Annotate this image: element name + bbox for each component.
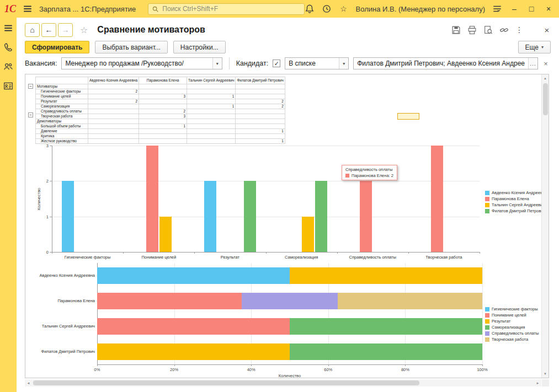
bar-segment[interactable]: [97, 293, 242, 309]
app-title: Зарплата ... 1С:Предприятие: [39, 5, 136, 13]
more-button-label: Еще: [525, 44, 539, 51]
main-menu-icon[interactable]: [23, 4, 33, 14]
legend-label: Результат: [492, 319, 510, 324]
idcard-icon[interactable]: [3, 81, 13, 91]
settings-button[interactable]: Настройки...: [173, 41, 226, 53]
print-icon[interactable]: [467, 25, 477, 35]
current-user[interactable]: Волина И.В. (Менеджер по персоналу): [356, 5, 485, 13]
horizontal-scrollbar[interactable]: ◄ ►: [25, 379, 549, 386]
print-preview-icon[interactable]: [483, 25, 493, 35]
x-tick: [97, 364, 98, 366]
command-bar: Сформировать Выбрать вариант... Настройк…: [25, 41, 551, 53]
candidate-label: Кандидат:: [236, 60, 269, 67]
sidebar-menu-icon[interactable]: [3, 23, 13, 33]
scroll-right-button[interactable]: ►: [534, 379, 541, 386]
notifications-bell-icon[interactable]: [305, 4, 315, 14]
legend-item[interactable]: Результат: [485, 318, 539, 324]
vacancy-combobox[interactable]: Менеджер по продажам /Руководство/ ▾: [61, 57, 222, 69]
search-icon: [152, 6, 159, 13]
scroll-corner: [542, 379, 549, 386]
form-header: ⌂ ← → ☆ Сравнение мотиваторов ⋮ ×: [25, 22, 551, 37]
legend-label: Самореализация: [492, 325, 525, 330]
x-tick-label: 60%: [318, 367, 338, 372]
titlebar: 1С Зарплата ... 1С:Предприятие Поиск Ctr…: [0, 0, 559, 18]
vertical-scrollbar[interactable]: ▲ ▼: [541, 74, 549, 378]
choose-variant-button[interactable]: Выбрать вариант...: [95, 41, 167, 53]
row-label: Тальнин Сергей Андреевич: [25, 324, 95, 329]
users-icon[interactable]: [3, 62, 13, 72]
x-tick: [482, 364, 483, 366]
tooltip-swatch: [345, 174, 349, 178]
x-tick: [174, 364, 175, 366]
service-menu-icon[interactable]: [492, 4, 502, 14]
global-search-input[interactable]: Поиск Ctrl+Shift+F: [148, 3, 304, 15]
choose-button[interactable]: ...: [528, 58, 537, 69]
x-tick-label: 40%: [241, 367, 261, 372]
legend-swatch: [485, 319, 489, 324]
legend-label: Гигиенические факторы: [492, 307, 538, 312]
vertical-scroll-thumb[interactable]: [543, 83, 548, 115]
link-icon[interactable]: [499, 25, 509, 35]
minimize-button[interactable]: –: [509, 4, 519, 13]
main-area: ⌂ ← → ☆ Сравнение мотиваторов ⋮ × Сформи…: [17, 18, 559, 392]
bar-segment[interactable]: [97, 318, 290, 335]
vacancy-value: Менеджер по продажам /Руководство/: [62, 58, 212, 69]
generate-button[interactable]: Сформировать: [25, 41, 89, 53]
bar-segment[interactable]: [338, 293, 482, 309]
horizontal-scroll-track[interactable]: [32, 379, 534, 386]
back-button[interactable]: ←: [41, 23, 56, 37]
more-menu-icon[interactable]: ⋮: [515, 25, 521, 34]
legend-item[interactable]: Гигиенические факторы: [485, 306, 539, 312]
candidate-checkbox[interactable]: ✓: [273, 60, 280, 67]
home-button[interactable]: ⌂: [25, 23, 40, 37]
x-tick: [328, 364, 329, 366]
check-icon: ✓: [274, 60, 279, 67]
bar-segment[interactable]: [242, 293, 338, 309]
candidate-list-input[interactable]: Филатов Дмитрий Петрович; Авдеенко Ксени…: [353, 57, 538, 69]
dropdown-icon[interactable]: ▾: [339, 58, 348, 69]
legend-swatch: [485, 325, 489, 330]
history-icon[interactable]: [322, 4, 332, 14]
legend-item[interactable]: Понимание целей: [485, 312, 539, 318]
scroll-left-button[interactable]: ◄: [25, 379, 32, 386]
clear-button[interactable]: ×: [541, 58, 551, 68]
chart-legend: Гигиенические факторыПонимание целейРезу…: [485, 306, 539, 342]
legend-item[interactable]: Справедливость оплаты: [485, 330, 539, 336]
condition-combobox[interactable]: В списке ▾: [285, 57, 349, 69]
form-favorite-star-icon[interactable]: ☆: [80, 25, 88, 35]
x-tick-label: 80%: [395, 367, 415, 372]
legend-item[interactable]: Самореализация: [485, 324, 539, 330]
horizontal-scroll-thumb[interactable]: [33, 380, 419, 385]
horizontal-stacked-chart: Авдеенко Ксения АндреевнаПарамонова Елен…: [25, 74, 541, 378]
tooltip-row: Парамонова Елена: 2: [345, 173, 393, 178]
legend-swatch: [485, 313, 489, 318]
favorites-star-icon[interactable]: ☆: [339, 4, 349, 13]
close-form-button[interactable]: ×: [543, 25, 551, 35]
search-placeholder: Поиск Ctrl+Shift+F: [162, 5, 218, 13]
row-label: Авдеенко Ксения Андреевна: [25, 273, 95, 278]
app-close-button[interactable]: ×: [544, 4, 553, 13]
forward-icon: →: [62, 25, 70, 34]
legend-label: Творческая работа: [492, 337, 528, 342]
x-tick-label: 0%: [87, 367, 107, 372]
report-area: − − Авдеенко Ксения АндреевнаПарамонова …: [25, 74, 549, 378]
bar-segment[interactable]: [97, 267, 290, 284]
x-axis-title: Количество: [268, 373, 312, 378]
save-icon[interactable]: [451, 25, 461, 35]
maximize-button[interactable]: □: [526, 4, 536, 13]
scroll-down-button[interactable]: ▼: [542, 370, 549, 377]
bar-segment[interactable]: [290, 267, 482, 284]
page-title: Сравнение мотиваторов: [97, 25, 205, 35]
condition-value: В списке: [285, 58, 339, 69]
dropdown-icon[interactable]: ▾: [212, 58, 222, 69]
forward-button[interactable]: →: [58, 23, 73, 37]
legend-swatch: [485, 337, 489, 342]
bar-segment[interactable]: [290, 318, 482, 335]
legend-label: Справедливость оплаты: [492, 331, 539, 336]
legend-item[interactable]: Творческая работа: [485, 336, 539, 342]
phone-icon[interactable]: [3, 42, 13, 52]
bar-segment[interactable]: [97, 343, 290, 360]
scroll-up-button[interactable]: ▲: [542, 75, 549, 82]
bar-segment[interactable]: [290, 343, 482, 360]
more-button[interactable]: Еще▾: [518, 41, 551, 53]
